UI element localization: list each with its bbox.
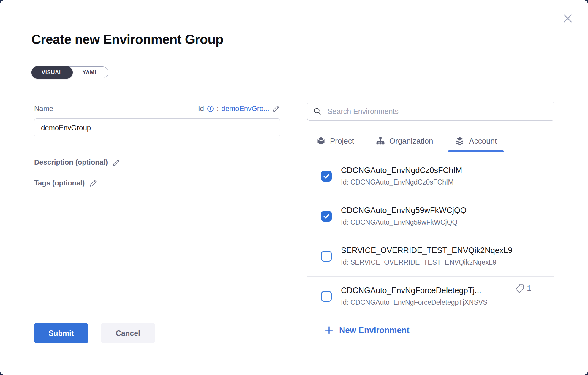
environment-checkbox[interactable] [321, 251, 332, 262]
tag-count-badge: 1 [515, 284, 532, 293]
id-row: Id : demoEnvGro... [198, 104, 280, 113]
tags-label: Tags (optional) [34, 179, 85, 187]
account-layers-icon [455, 136, 464, 146]
id-label: Id [198, 104, 204, 113]
environment-name: CDCNGAuto_EnvNg59wFkWCjQQ [341, 206, 467, 215]
environment-row[interactable]: CDCNGAuto_EnvNg59wFkWCjQQ Id: CDCNGAuto_… [307, 196, 554, 236]
environment-name: CDCNGAuto_EnvNgForceDeletegpTj... [341, 286, 487, 295]
create-env-group-modal: Create new Environment Group VISUAL YAML… [0, 0, 588, 375]
environment-id: Id: CDCNGAuto_EnvNgdCz0sFChIM [341, 178, 462, 186]
header-divider [31, 87, 557, 87]
search-icon [313, 107, 322, 115]
new-environment-button[interactable]: New Environment [324, 325, 409, 335]
environment-row[interactable]: CDCNGAuto_EnvNgForceDeletegpTj... Id: CD… [307, 277, 554, 308]
environment-id: Id: CDCNGAuto_EnvNg59wFkWCjQQ [341, 218, 467, 226]
cancel-button[interactable]: Cancel [101, 323, 155, 343]
name-field-header: Name Id : demoEnvGro... [34, 103, 280, 114]
edit-id-icon[interactable] [272, 105, 280, 113]
env-group-form: Name Id : demoEnvGro... [34, 103, 280, 137]
tab-account-label: Account [469, 136, 497, 146]
environment-id: Id: CDCNGAuto_EnvNgForceDeletegpTjXNSVS [341, 298, 487, 306]
id-separator: : [217, 104, 219, 113]
environment-text: CDCNGAuto_EnvNgdCz0sFChIM Id: CDCNGAuto_… [341, 166, 462, 186]
environment-text: SERVICE_OVERRIDE_TEST_ENVQik2NqexL9 Id: … [341, 246, 512, 266]
info-icon[interactable] [207, 105, 214, 112]
toggle-yaml[interactable]: YAML [72, 66, 108, 78]
column-divider [294, 94, 294, 346]
page-title: Create new Environment Group [31, 32, 223, 47]
search-box [307, 102, 554, 121]
environment-row[interactable]: CDCNGAuto_EnvNgdCz0sFChIM Id: CDCNGAuto_… [307, 156, 554, 196]
environment-checkbox[interactable] [321, 211, 332, 222]
environment-row[interactable]: SERVICE_OVERRIDE_TEST_ENVQik2NqexL9 Id: … [307, 236, 554, 277]
environment-list: CDCNGAuto_EnvNgdCz0sFChIM Id: CDCNGAuto_… [307, 152, 554, 308]
submit-button[interactable]: Submit [34, 323, 88, 343]
scope-tabs: Project Organization Account [307, 130, 554, 152]
environment-text: CDCNGAuto_EnvNg59wFkWCjQQ Id: CDCNGAuto_… [341, 206, 467, 226]
project-cube-icon [317, 136, 325, 145]
edit-description-icon[interactable] [113, 158, 121, 166]
tag-icon [515, 284, 524, 293]
tags-field: Tags (optional) [34, 179, 97, 187]
environments-panel: Project Organization Account [307, 102, 554, 336]
close-icon[interactable] [561, 12, 574, 25]
plus-icon [324, 325, 334, 335]
tag-count: 1 [527, 284, 532, 293]
tab-organization[interactable]: Organization [376, 130, 433, 152]
name-label: Name [34, 104, 53, 113]
environment-text: CDCNGAuto_EnvNgForceDeletegpTj... Id: CD… [341, 286, 487, 306]
environment-id: Id: SERVICE_OVERRIDE_TEST_ENVQik2NqexL9 [341, 258, 512, 266]
edit-tags-icon[interactable] [89, 179, 97, 187]
name-input[interactable] [34, 118, 280, 137]
id-value-link[interactable]: demoEnvGro... [222, 104, 269, 113]
tab-account[interactable]: Account [455, 130, 497, 152]
search-environments-input[interactable] [327, 107, 548, 116]
organization-hierarchy-icon [376, 136, 385, 145]
environment-checkbox[interactable] [321, 291, 332, 302]
visual-yaml-toggle: VISUAL YAML [31, 66, 108, 78]
environment-checkbox[interactable] [321, 171, 332, 182]
environment-name: SERVICE_OVERRIDE_TEST_ENVQik2NqexL9 [341, 246, 512, 255]
new-environment-label: New Environment [339, 325, 409, 335]
description-field: Description (optional) [34, 158, 121, 166]
toggle-visual[interactable]: VISUAL [31, 66, 73, 79]
tab-project[interactable]: Project [317, 130, 354, 152]
environment-name: CDCNGAuto_EnvNgdCz0sFChIM [341, 166, 462, 175]
description-label: Description (optional) [34, 158, 108, 166]
tab-project-label: Project [330, 136, 354, 146]
tab-organization-label: Organization [389, 136, 433, 146]
